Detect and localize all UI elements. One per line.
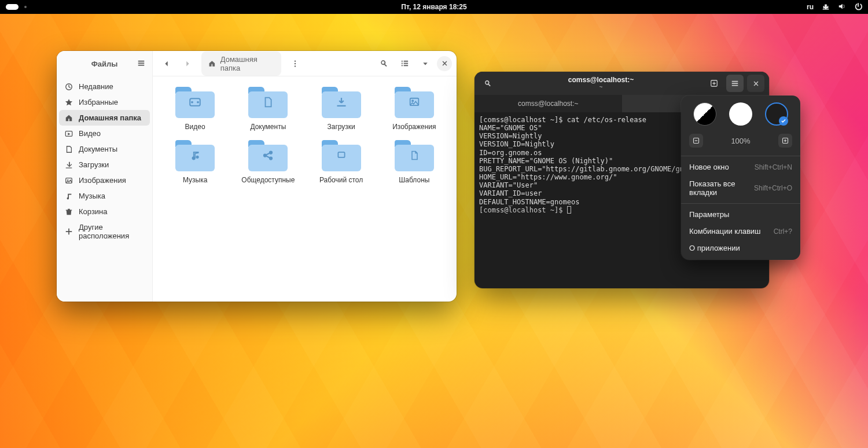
terminal-headerbar: comss@localhost:~ ~	[475, 72, 769, 95]
folder-icon	[175, 86, 215, 118]
keyboard-layout-indicator[interactable]: ru	[807, 3, 814, 11]
sidebar-item-label: Недавние	[79, 82, 113, 91]
files-main: Домашняя папка ВидеоДокументыЗагрузкиИзо…	[153, 51, 457, 302]
view-list-button[interactable]	[395, 54, 414, 73]
sidebar-item-label: Домашняя папка	[79, 113, 141, 122]
menu-item-shortcut: Ctrl+?	[774, 227, 792, 236]
folder-icon	[395, 139, 434, 171]
path-more-button[interactable]	[286, 54, 304, 73]
terminal-menu-button[interactable]	[726, 75, 744, 92]
folder-label: Видео	[185, 123, 205, 131]
svg-rect-0	[823, 9, 829, 9]
home-icon	[65, 114, 73, 122]
sidebar-item-downloads[interactable]: Загрузки	[59, 157, 150, 172]
svg-point-17	[270, 157, 273, 160]
menu-item[interactable]: Новое окноShift+Ctrl+N	[681, 159, 800, 175]
recent-icon	[65, 83, 73, 91]
terminal-new-tab-button[interactable]	[705, 75, 723, 92]
sidebar-item-videos[interactable]: Видео	[59, 126, 150, 141]
folder-label: Изображения	[392, 123, 436, 131]
folder-icon	[322, 139, 361, 171]
folder-desktop[interactable]: Рабочий стол	[307, 139, 376, 184]
sidebar-item-music[interactable]: Музыка	[59, 188, 150, 204]
terminal-close-button[interactable]	[747, 75, 764, 92]
zoom-in-button[interactable]	[778, 134, 792, 148]
terminal-title: comss@localhost:~	[500, 76, 702, 84]
activities-button[interactable]	[6, 4, 27, 10]
sidebar-item-pictures[interactable]: Изображения	[59, 172, 150, 188]
path-bar[interactable]: Домашняя папка	[201, 52, 281, 76]
nav-forward-button[interactable]	[178, 54, 197, 73]
terminal-hamburger-popover: 100% Новое окноShift+Ctrl+NПоказать все …	[681, 96, 800, 260]
menu-item-label: Параметры	[689, 210, 729, 219]
folder-icon	[175, 139, 215, 171]
terminal-subtitle: ~	[500, 84, 702, 90]
trash-icon	[65, 208, 73, 216]
terminal-tab[interactable]: comss@localhost:~	[475, 95, 622, 112]
volume-icon[interactable]	[838, 2, 846, 12]
nav-back-button[interactable]	[157, 54, 176, 73]
svg-point-7	[294, 65, 295, 67]
svg-point-9	[192, 101, 193, 103]
svg-point-10	[197, 101, 199, 103]
menu-item-label: Показать все вкладки	[689, 179, 754, 197]
folder-label: Рабочий стол	[319, 176, 363, 184]
documents-icon	[65, 145, 73, 153]
svg-point-15	[264, 154, 267, 157]
gnome-topbar: Пт, 12 января 18:25 ru	[0, 0, 868, 14]
menu-item[interactable]: Комбинации клавишCtrl+?	[681, 223, 800, 240]
sidebar-item-label: Музыка	[79, 192, 105, 200]
menu-item-shortcut: Shift+Ctrl+O	[754, 184, 792, 192]
zoom-level: 100%	[731, 137, 750, 145]
sidebar-item-label: Избранные	[79, 98, 118, 107]
menu-item-label: Новое окно	[689, 163, 729, 171]
files-close-button[interactable]	[437, 56, 452, 71]
search-button[interactable]	[374, 54, 393, 73]
theme-dark[interactable]	[765, 102, 788, 126]
sidebar-item-trash[interactable]: Корзина	[59, 204, 150, 219]
sidebar-item-label: Загрузки	[79, 160, 109, 169]
view-options-button[interactable]	[416, 54, 435, 73]
folder-share[interactable]: Общедоступные	[233, 139, 303, 184]
videos-icon	[65, 130, 73, 138]
folder-icon	[248, 139, 288, 171]
svg-point-16	[270, 151, 273, 154]
folder-video[interactable]: Видео	[160, 86, 230, 131]
menu-item[interactable]: Параметры	[681, 206, 800, 223]
menu-item[interactable]: О приложении	[681, 240, 800, 256]
theme-follow-system[interactable]	[693, 102, 716, 126]
topbar-clock[interactable]: Пт, 12 января 18:25	[401, 3, 466, 11]
files-sidebar-menu-button[interactable]	[137, 59, 145, 69]
terminal-search-button[interactable]	[479, 75, 496, 92]
sidebar-item-recent[interactable]: Недавние	[59, 79, 150, 94]
files-window: Файлы НедавниеИзбранныеДомашняя папкаВид…	[57, 51, 457, 302]
folder-image[interactable]: Изображения	[380, 86, 449, 131]
svg-point-6	[294, 63, 295, 64]
sidebar-item-label: Документы	[79, 145, 117, 153]
network-icon[interactable]	[822, 2, 830, 12]
menu-item-label: Комбинации клавиш	[689, 227, 761, 236]
folder-download[interactable]: Загрузки	[307, 86, 376, 131]
folder-template[interactable]: Шаблоны	[380, 139, 449, 184]
folder-icon	[322, 86, 361, 118]
folder-music[interactable]: Музыка	[160, 139, 230, 184]
power-icon[interactable]	[854, 2, 862, 12]
sidebar-item-starred[interactable]: Избранные	[59, 94, 150, 110]
svg-point-4	[67, 179, 68, 180]
folder-label: Шаблоны	[399, 176, 429, 184]
folder-doc[interactable]: Документы	[233, 86, 303, 131]
music-icon	[65, 192, 73, 200]
theme-light[interactable]	[729, 102, 752, 126]
starred-icon	[65, 98, 73, 107]
folder-label: Общедоступные	[241, 176, 295, 184]
zoom-out-button[interactable]	[689, 134, 703, 148]
menu-item[interactable]: Показать все вкладкиShift+Ctrl+O	[681, 175, 800, 201]
files-icon-grid[interactable]: ВидеоДокументыЗагрузкиИзображенияМузыкаО…	[153, 76, 457, 302]
files-sidebar-header: Файлы	[57, 51, 152, 76]
files-sidebar: Файлы НедавниеИзбранныеДомашняя папкаВид…	[57, 51, 153, 302]
sidebar-item-other[interactable]: Другие расположения	[59, 219, 150, 244]
sidebar-item-documents[interactable]: Документы	[59, 141, 150, 157]
sidebar-item-home[interactable]: Домашняя папка	[59, 110, 150, 126]
folder-label: Музыка	[183, 176, 207, 184]
downloads-icon	[65, 161, 73, 169]
